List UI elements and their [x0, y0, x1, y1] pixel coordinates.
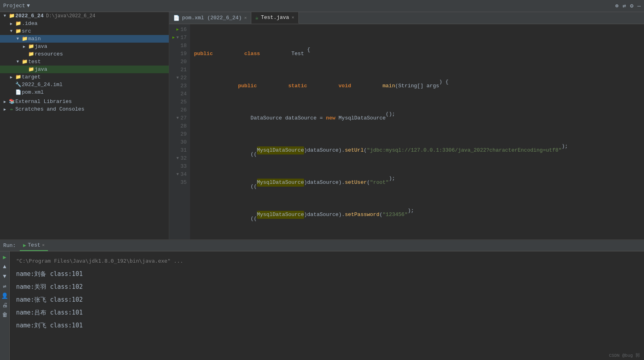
xml-tab-icon: 📄 [173, 15, 180, 21]
project-dropdown[interactable]: Project ▼ [3, 3, 30, 9]
spacer [21, 67, 27, 72]
fold-22[interactable]: ▼ [176, 74, 179, 82]
project-chevron: ▼ [27, 3, 30, 9]
line-28: 28 [172, 122, 187, 130]
code-line-21: ((MysqlDataSource)dataSource).setPasswor… [190, 211, 644, 219]
run-clear-button[interactable]: 🗑 [1, 311, 9, 319]
sidebar-item-idea[interactable]: ▶ 📁 .idea [0, 20, 169, 27]
code-line-20: ((MysqlDataSource)dataSource).setUser("r… [190, 179, 644, 187]
line-29: 29 [172, 130, 187, 138]
iml-icon: 🔧 [14, 82, 22, 88]
tab-test-label: Test.java [261, 14, 289, 21]
code-lines[interactable]: public class Test { public static void m… [190, 24, 644, 239]
sidebar-item-main[interactable]: ▼ 📁 main [0, 35, 169, 43]
sidebar-label-scratches: Scratches and Consoles [15, 106, 85, 112]
run-tab-test[interactable]: ▶ Test × [20, 240, 48, 251]
line-numbers: ▶ 16 ▶ ▼ 17 18 19 20 21 ▼ 22 23 24 25 [169, 24, 190, 239]
run-print-button[interactable]: 🖨 [1, 301, 9, 309]
chevron-right-icon: ▶ [8, 21, 14, 26]
sidebar-label-root-path: D:\java\2022_6_24 [46, 13, 95, 19]
tab-pom[interactable]: 📄 pom.xml (2022_6_24) × [169, 12, 251, 24]
run-output-line-3: name:张飞 class:102 [16, 293, 638, 306]
run-scroll-down-button[interactable]: ▼ [1, 272, 9, 280]
split-icon[interactable]: ⇄ [623, 2, 626, 9]
run-arrow-16[interactable]: ▶ [176, 26, 179, 34]
tab-test[interactable]: ☕ Test.java × [251, 12, 299, 24]
sidebar-label-java-main: java [35, 43, 47, 49]
line-21: 21 [172, 66, 187, 74]
run-toolbar: ▶ ▲ ▼ ⇌ 👤 🖨 🗑 [0, 251, 10, 360]
line-24: 24 [172, 90, 187, 98]
sidebar-label-java-test: java [35, 66, 47, 72]
line-23: 23 [172, 82, 187, 90]
run-label: Run: [3, 243, 16, 249]
run-output-line-5: name:刘飞 class:101 [16, 319, 638, 332]
run-content-area: ▶ ▲ ▼ ⇌ 👤 🖨 🗑 "C:\Program Files\Java\jdk… [0, 251, 644, 360]
run-arrow-17[interactable]: ▶ [172, 34, 175, 42]
line-27: ▼ 27 [172, 114, 187, 122]
title-bar-left: Project ▼ [3, 3, 84, 9]
sidebar-label-resources: resources [35, 51, 63, 57]
folder-icon: 📁 [14, 21, 22, 27]
sidebar-item-java-test[interactable]: 📁 java [0, 66, 169, 73]
folder-icon: 📁 [14, 74, 22, 80]
chevron-down-icon: ▼ [2, 14, 8, 18]
java-tab-icon: ☕ [255, 14, 259, 21]
tab-pom-label: pom.xml (2022_6_24) [182, 15, 242, 21]
run-scroll-up-button[interactable]: ▲ [1, 263, 9, 271]
folder-icon: 📁 [27, 66, 35, 72]
sidebar-item-target[interactable]: ▶ 📁 target [0, 73, 169, 81]
line-20: 20 [172, 58, 187, 66]
sidebar-item-java-main[interactable]: ▶ 📁 java [0, 43, 169, 50]
sidebar-label-iml: 2022_6_24.iml [22, 82, 62, 88]
sidebar-item-pomxml[interactable]: 📄 pom.xml [0, 88, 169, 96]
fold-32[interactable]: ▼ [176, 154, 179, 163]
sidebar-label-target: target [22, 74, 41, 80]
sidebar-label-pomxml: pom.xml [22, 89, 44, 95]
folder-icon: 📁 [14, 28, 22, 34]
code-line-17: public static void main(String[] args) { [190, 82, 644, 90]
sidebar-label-extlibs: External Libraries [15, 99, 72, 105]
sidebar-item-src[interactable]: ▼ 📁 src [0, 27, 169, 35]
sidebar-item-scratches[interactable]: ▶ ✏️ Scratches and Consoles [0, 105, 169, 113]
chevron-down-icon: ▼ [14, 60, 21, 64]
folder-icon: 📁 [27, 51, 35, 57]
fold-27[interactable]: ▼ [176, 114, 179, 122]
settings-icon[interactable]: ⚙ [630, 2, 633, 9]
run-wrap-button[interactable]: ⇌ [1, 282, 9, 290]
sidebar-item-root[interactable]: ▼ 📁 2022_6_24 D:\java\2022_6_24 [0, 12, 169, 20]
main-content: ▼ 📁 2022_6_24 D:\java\2022_6_24 ▶ 📁 .ide… [0, 12, 644, 239]
line-35: 35 [172, 179, 187, 187]
chevron-down-icon: ▼ [8, 29, 14, 33]
run-play-button[interactable]: ▶ [1, 253, 9, 261]
tab-pom-close[interactable]: × [244, 16, 247, 21]
navigate-icon[interactable]: ⊕ [615, 2, 618, 9]
line-34: ▼ 34 [172, 171, 187, 179]
run-output: "C:\Program Files\Java\jdk1.8.0_192\bin\… [10, 251, 644, 360]
spacer [8, 90, 14, 95]
sidebar-item-extlibs[interactable]: ▶ 📚 External Libraries [0, 98, 169, 105]
tab-test-close[interactable]: × [292, 15, 294, 20]
fold-34[interactable]: ▼ [176, 171, 179, 179]
sidebar-item-iml[interactable]: 🔧 2022_6_24.iml [0, 81, 169, 88]
tab-bar: 📄 pom.xml (2022_6_24) × ☕ Test.java × [169, 12, 644, 24]
classname-test: Test [292, 50, 304, 58]
run-output-line-2: name:关羽 class:102 [16, 280, 638, 293]
code-line-16: public class Test { [190, 50, 644, 58]
code-line-18: DataSource dataSource = new MysqlDataSou… [190, 114, 644, 122]
run-tab-label: Test [28, 242, 40, 248]
run-filter-button[interactable]: 👤 [1, 292, 9, 300]
spacer [8, 82, 14, 87]
sidebar-label-root: 2022_6_24 [15, 13, 43, 19]
folder-icon: 📁 [21, 59, 28, 65]
run-tab-close[interactable]: × [42, 243, 45, 248]
folder-icon: 📁 [21, 36, 28, 42]
run-output-line-1: name:刘备 class:101 [16, 267, 638, 280]
sidebar-item-resources[interactable]: 📁 resources [0, 50, 169, 58]
sidebar-item-test[interactable]: ▼ 📁 test [0, 58, 169, 66]
line-18: 18 [172, 42, 187, 50]
fold-17[interactable]: ▼ [176, 34, 179, 42]
minimize-icon[interactable]: — [638, 3, 641, 9]
spacer [21, 52, 27, 56]
project-label: Project [3, 3, 25, 9]
